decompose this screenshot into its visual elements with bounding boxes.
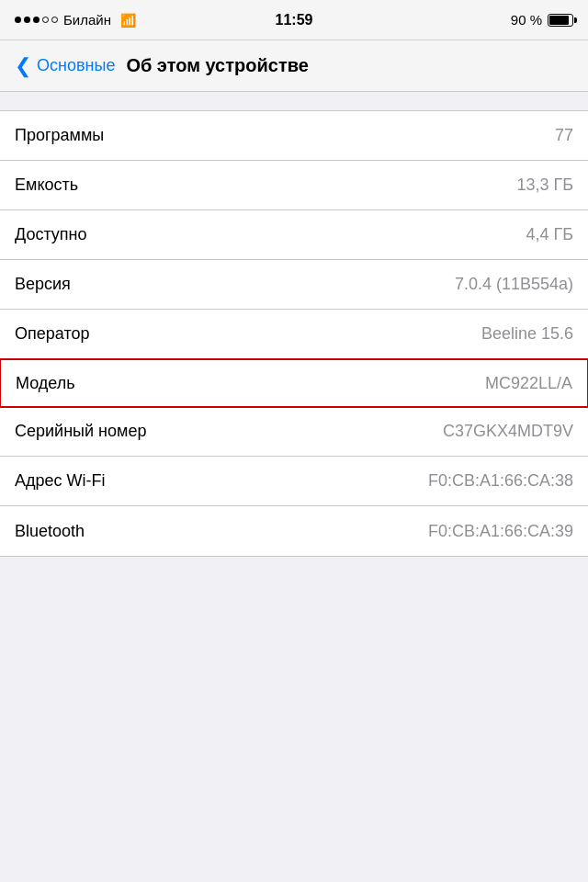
row-label: Емкость <box>15 175 78 195</box>
signal-icon <box>15 17 58 23</box>
battery-fill <box>549 16 569 25</box>
row-label: Программы <box>15 126 104 145</box>
row-label: Модель <box>16 374 75 393</box>
back-chevron-icon: ❮ <box>15 54 31 78</box>
settings-row[interactable]: МодельMC922LL/A <box>0 358 588 408</box>
row-label: Bluetooth <box>15 522 85 541</box>
row-value: 4,4 ГБ <box>526 225 573 244</box>
status-left: Билайн 📶 <box>15 12 136 28</box>
back-button[interactable]: ❮ Основные <box>15 54 115 78</box>
row-value: 7.0.4 (11B554a) <box>455 275 573 294</box>
status-time: 11:59 <box>276 12 313 28</box>
settings-row[interactable]: BluetoothF0:CB:A1:66:CA:39 <box>0 506 588 556</box>
row-value: F0:CB:A1:66:CA:38 <box>428 471 573 491</box>
nav-bar: ❮ Основные Об этом устройстве <box>0 40 588 92</box>
back-label: Основные <box>37 56 115 75</box>
settings-row[interactable]: Серийный номерC37GKX4MDT9V <box>0 407 588 457</box>
battery-icon <box>548 14 573 27</box>
settings-content: Программы77Емкость13,3 ГБДоступно4,4 ГБВ… <box>0 92 588 557</box>
settings-row[interactable]: Программы77 <box>0 111 588 161</box>
settings-row[interactable]: Адрес Wi-FiF0:CB:A1:66:CA:38 <box>0 457 588 506</box>
row-value: Beeline 15.6 <box>481 324 573 344</box>
row-value: MC922LL/A <box>485 374 572 393</box>
row-value: C37GKX4MDT9V <box>443 422 573 441</box>
settings-row[interactable]: Емкость13,3 ГБ <box>0 161 588 210</box>
row-label: Доступно <box>15 225 87 244</box>
row-value: 77 <box>555 126 573 145</box>
settings-row[interactable]: ОператорBeeline 15.6 <box>0 310 588 359</box>
row-value: F0:CB:A1:66:CA:39 <box>428 522 573 541</box>
battery-percent: 90 % <box>511 12 542 28</box>
settings-row[interactable]: Версия7.0.4 (11B554a) <box>0 260 588 310</box>
row-value: 13,3 ГБ <box>516 175 573 195</box>
row-label: Оператор <box>15 324 89 344</box>
row-label: Серийный номер <box>15 422 146 441</box>
row-label: Адрес Wi-Fi <box>15 471 106 491</box>
carrier-name: Билайн <box>63 12 111 28</box>
row-label: Версия <box>15 275 71 294</box>
status-bar: Билайн 📶 11:59 90 % <box>0 0 588 40</box>
settings-row[interactable]: Доступно4,4 ГБ <box>0 210 588 260</box>
wifi-icon: 📶 <box>120 13 136 28</box>
status-right: 90 % <box>511 12 573 28</box>
page-title: Об этом устройстве <box>126 55 308 76</box>
settings-group: Программы77Емкость13,3 ГБДоступно4,4 ГБВ… <box>0 110 588 557</box>
